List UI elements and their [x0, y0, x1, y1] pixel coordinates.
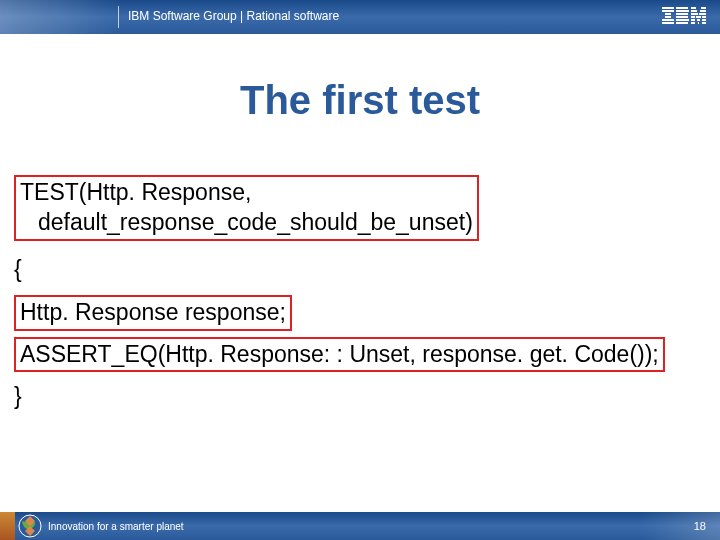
svg-rect-8 — [676, 13, 688, 15]
header-bar: IBM Software Group | Rational software — [0, 0, 720, 34]
svg-rect-10 — [676, 19, 689, 21]
svg-rect-24 — [691, 22, 695, 24]
test-declaration-box: TEST(Http. Response, default_response_co… — [14, 175, 479, 241]
svg-rect-0 — [662, 7, 674, 9]
test-decl-line1: TEST(Http. Response, — [20, 178, 473, 208]
svg-rect-4 — [662, 19, 674, 21]
svg-rect-1 — [662, 10, 674, 12]
svg-rect-20 — [702, 16, 706, 18]
svg-rect-7 — [676, 10, 689, 12]
svg-rect-15 — [700, 10, 706, 12]
svg-rect-26 — [702, 22, 706, 24]
svg-rect-18 — [691, 16, 695, 18]
svg-rect-2 — [665, 13, 671, 15]
svg-rect-13 — [701, 7, 706, 9]
svg-rect-3 — [665, 16, 671, 18]
code-content: TEST(Http. Response, default_response_co… — [0, 171, 720, 412]
header-divider — [118, 6, 119, 28]
svg-rect-19 — [696, 16, 701, 18]
svg-rect-21 — [691, 19, 695, 21]
footer-tagline: Innovation for a smarter planet — [48, 521, 184, 532]
ibm-logo-icon — [662, 7, 706, 29]
globe-icon — [18, 514, 42, 540]
svg-rect-14 — [691, 10, 697, 12]
footer-accent-left — [0, 512, 15, 540]
footer-bar: Innovation for a smarter planet 18 — [0, 512, 720, 540]
header-text: IBM Software Group | Rational software — [128, 9, 339, 23]
svg-rect-9 — [676, 16, 688, 18]
svg-rect-25 — [698, 22, 699, 24]
test-decl-line2: default_response_code_should_be_unset) — [20, 208, 473, 238]
svg-rect-23 — [702, 19, 706, 21]
svg-rect-11 — [676, 22, 688, 24]
svg-rect-16 — [691, 13, 698, 15]
footer-accent-right — [640, 512, 720, 540]
svg-rect-5 — [662, 22, 674, 24]
slide-title: The first test — [0, 78, 720, 123]
header-accent — [0, 0, 120, 34]
svg-rect-22 — [697, 19, 700, 21]
open-brace: { — [14, 255, 720, 285]
var-decl-box: Http. Response response; — [14, 295, 292, 331]
close-brace: } — [14, 382, 720, 412]
page-number: 18 — [694, 520, 706, 532]
svg-rect-17 — [699, 13, 706, 15]
svg-rect-6 — [676, 7, 688, 9]
assert-box: ASSERT_EQ(Http. Response: : Unset, respo… — [14, 337, 665, 373]
svg-rect-12 — [691, 7, 696, 9]
